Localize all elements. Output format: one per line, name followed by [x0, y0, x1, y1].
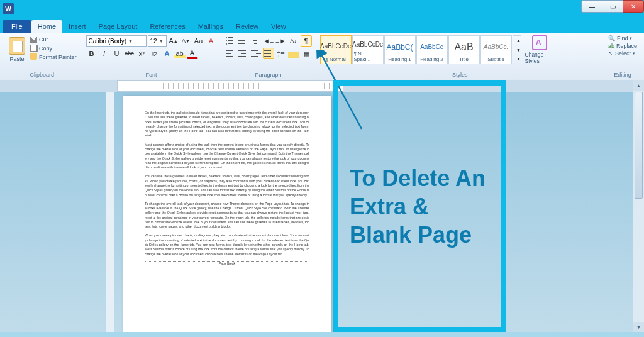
text-effects-button[interactable]: A: [162, 48, 173, 59]
style-normal[interactable]: AaBbCcDc¶ Normal: [320, 35, 352, 64]
find-button[interactable]: 🔍Find▾: [608, 35, 637, 41]
tab-references[interactable]: References: [143, 20, 191, 33]
paste-label: Paste: [9, 56, 24, 62]
group-editing: 🔍Find▾ abReplace ↖Select▾ Editing: [604, 34, 641, 80]
font-name-select[interactable]: Calibri (Body)▼: [86, 35, 147, 47]
tab-file[interactable]: File: [3, 20, 31, 33]
replace-button[interactable]: abReplace: [608, 43, 637, 49]
style-subtitle[interactable]: AaBbCc.Subtitle: [480, 35, 512, 64]
superscript-button[interactable]: x2: [149, 48, 160, 59]
sort-button[interactable]: A↓: [288, 35, 299, 47]
group-font: Calibri (Body)▼ 12▼ A▲ A▼ Aa A B I U abc…: [82, 34, 221, 80]
select-button[interactable]: ↖Select▾: [608, 50, 637, 57]
format-painter-button[interactable]: Format Painter: [29, 53, 78, 61]
styles-gallery[interactable]: AaBbCcDc¶ Normal AaBbCcDc¶ No Spaci... A…: [320, 35, 521, 64]
strike-button[interactable]: abc: [124, 48, 135, 59]
find-icon: 🔍: [608, 35, 615, 41]
font-color-button[interactable]: A: [187, 48, 198, 59]
document-page[interactable]: On the Insert tab, the galleries include…: [123, 96, 331, 332]
ribbon: Paste Cut Copy Format Painter Clipboard …: [0, 33, 644, 80]
scroll-up-button[interactable]: ▲: [633, 80, 644, 91]
scroll-down-button[interactable]: ▼: [633, 322, 644, 332]
line-spacing-button[interactable]: ‡≡: [275, 48, 287, 59]
styles-scroll-down[interactable]: ▼: [513, 45, 525, 55]
maximize-button[interactable]: ▭: [602, 0, 623, 13]
window-titlebar: W ― ▭ ✕: [0, 0, 644, 18]
callout-text: To Delete An Extra & Blank Page: [350, 164, 490, 249]
bold-button[interactable]: B: [86, 48, 97, 59]
paste-icon: [9, 37, 25, 55]
borders-button[interactable]: ▦: [301, 48, 312, 59]
word-app-icon: W: [3, 3, 14, 14]
tab-view[interactable]: View: [265, 20, 292, 33]
styles-more[interactable]: ▾: [513, 54, 525, 64]
group-label: Paragraph: [225, 71, 312, 79]
horizontal-ruler[interactable]: [0, 80, 644, 92]
align-right-button[interactable]: [250, 48, 262, 59]
underline-button[interactable]: U: [111, 48, 123, 59]
group-label: Editing: [608, 71, 637, 79]
show-hide-pilcrow-button[interactable]: ¶: [301, 35, 312, 47]
cursor-icon: ↖: [608, 50, 613, 57]
copy-icon: [30, 45, 37, 52]
multilevel-button[interactable]: [250, 35, 262, 47]
tab-mailings[interactable]: Mailings: [192, 20, 230, 33]
ribbon-tabs: File Home Insert Page Layout References …: [0, 18, 644, 33]
page-break-mark: Page Break: [145, 261, 309, 266]
shading-button[interactable]: [288, 48, 299, 59]
group-label: Clipboard: [6, 71, 78, 79]
numbering-button[interactable]: [238, 35, 249, 47]
scissors-icon: [30, 36, 37, 43]
scroll-thumb[interactable]: [635, 92, 643, 199]
style-heading1[interactable]: AaBbC(Heading 1: [384, 35, 416, 64]
window-controls: ― ▭ ✕: [582, 0, 644, 13]
increase-indent-button[interactable]: ≡►: [275, 35, 287, 47]
group-paragraph: ◄≡ ≡► A↓ ¶ ‡≡ ▦ Paragraph: [221, 34, 316, 80]
shrink-font-button[interactable]: A▼: [180, 35, 192, 47]
group-label: Styles: [320, 71, 600, 79]
subscript-button[interactable]: x2: [136, 48, 148, 59]
group-clipboard: Paste Cut Copy Format Painter Clipboard: [3, 34, 82, 80]
change-case-button[interactable]: Aa: [193, 35, 204, 47]
clear-format-button[interactable]: A: [206, 35, 217, 47]
styles-scroll-up[interactable]: ▲: [513, 36, 525, 45]
style-title[interactable]: AaBTitle: [448, 35, 480, 64]
change-styles-button[interactable]: Change Styles: [525, 35, 554, 64]
group-styles: AaBbCcDc¶ Normal AaBbCcDc¶ No Spaci... A…: [316, 34, 604, 80]
justify-button[interactable]: [263, 48, 274, 59]
italic-button[interactable]: I: [99, 48, 110, 59]
align-center-button[interactable]: [238, 48, 249, 59]
decrease-indent-button[interactable]: ◄≡: [263, 35, 274, 47]
bullets-button[interactable]: [225, 35, 236, 47]
tab-page-layout[interactable]: Page Layout: [92, 20, 144, 33]
document-body-text[interactable]: On the Insert tab, the galleries include…: [145, 111, 309, 266]
cut-button[interactable]: Cut: [29, 35, 78, 43]
minimize-button[interactable]: ―: [581, 0, 602, 13]
group-label: Font: [86, 71, 217, 79]
vertical-scrollbar[interactable]: ▲ ▼: [633, 80, 644, 332]
grow-font-button[interactable]: A▲: [168, 35, 179, 47]
tab-insert[interactable]: Insert: [62, 20, 92, 33]
align-left-button[interactable]: [225, 48, 236, 59]
replace-icon: ab: [608, 43, 614, 49]
document-area: On the Insert tab, the galleries include…: [0, 92, 633, 332]
tab-home[interactable]: Home: [31, 20, 62, 33]
callout-box: To Delete An Extra & Blank Page: [333, 80, 506, 332]
change-styles-icon: [532, 35, 547, 50]
highlight-button[interactable]: ab: [174, 48, 186, 59]
paste-button[interactable]: Paste: [6, 35, 28, 64]
copy-button[interactable]: Copy: [29, 44, 78, 52]
close-button[interactable]: ✕: [623, 0, 644, 13]
brush-icon: [30, 53, 37, 60]
style-no-spacing[interactable]: AaBbCcDc¶ No Spaci...: [352, 35, 384, 64]
tab-review[interactable]: Review: [230, 20, 265, 33]
font-size-select[interactable]: 12▼: [148, 35, 167, 47]
vertical-ruler[interactable]: [106, 92, 114, 332]
style-heading2[interactable]: AaBbCcHeading 2: [416, 35, 448, 64]
